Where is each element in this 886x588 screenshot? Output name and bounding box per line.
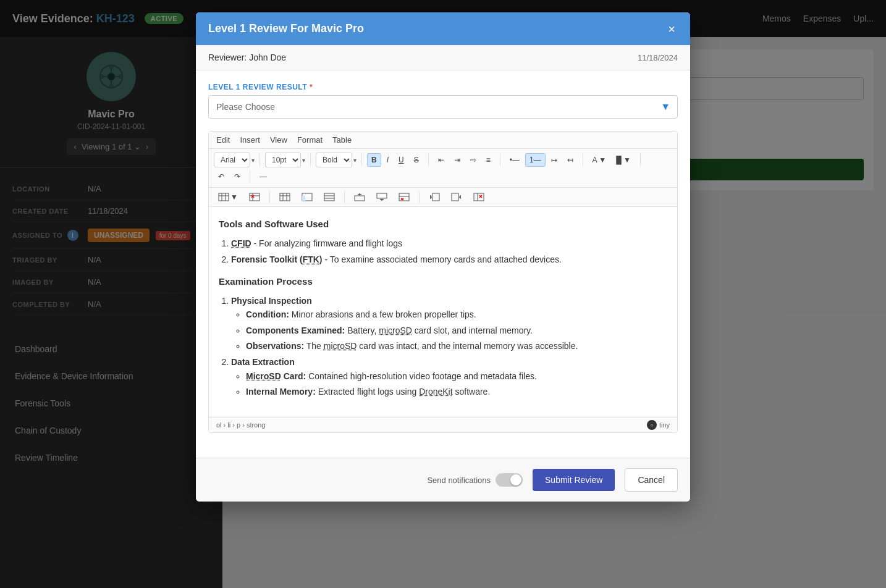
editor-menubar: Edit Insert View Format Table xyxy=(209,132,677,149)
insert-col-right-button[interactable] xyxy=(447,190,466,204)
required-star: * xyxy=(310,83,313,91)
delete-row-button[interactable] xyxy=(394,190,414,204)
svg-rect-38 xyxy=(432,193,439,201)
tinymce-logo: ○ xyxy=(647,420,657,430)
list-item: Physical Inspection Condition: Minor abr… xyxy=(231,294,667,353)
bold-button[interactable]: B xyxy=(367,153,381,167)
svg-rect-14 xyxy=(250,193,259,201)
redo-button[interactable]: ↷ xyxy=(230,170,245,183)
font-size-group: 10pt ▾ xyxy=(265,153,305,167)
font-style-group: Bold ▾ xyxy=(316,153,357,167)
modal-overlay: Level 1 Review For Mavic Pro × Reviewer:… xyxy=(0,0,886,588)
toggle-knob xyxy=(510,474,521,485)
notifications-toggle-switch[interactable] xyxy=(496,473,523,487)
toolbar-separator xyxy=(428,154,429,166)
cell-props-button[interactable] xyxy=(297,190,317,204)
insert-col-left-button[interactable] xyxy=(424,190,444,204)
menu-edit[interactable]: Edit xyxy=(216,135,230,145)
underline-button[interactable]: U xyxy=(394,153,408,167)
table-insert-button[interactable]: ▼ xyxy=(214,190,242,204)
color-group: A ▼ █ ▼ xyxy=(588,153,635,167)
ordered-list-button[interactable]: 1— xyxy=(525,153,546,167)
editor-toolbar-row1: Arial ▾ 10pt ▾ xyxy=(209,149,677,188)
chevron-down-icon: ▾ xyxy=(302,157,305,164)
outdent-button[interactable]: ↤ xyxy=(563,153,578,167)
section1-title: Tools and Software Used xyxy=(219,217,667,232)
list-item: Condition: Minor abrasions and a few bro… xyxy=(246,308,667,321)
list-item: Forensic Toolkit (FTK) - To examine asso… xyxy=(231,253,667,266)
text-format-group: B I U S xyxy=(367,153,423,167)
statusbar-path: ol › li › p › strong xyxy=(216,421,265,429)
menu-insert[interactable]: Insert xyxy=(240,135,260,145)
cancel-button[interactable]: Cancel xyxy=(625,468,678,492)
align-right-button[interactable]: ⇨ xyxy=(466,153,481,167)
align-group: ⇤ ⇥ ⇨ ≡ xyxy=(434,153,495,167)
svg-rect-31 xyxy=(377,193,387,198)
chevron-down-icon: ▾ xyxy=(251,157,255,164)
font-style-select[interactable]: Bold xyxy=(316,153,352,167)
tools-list: CFID - For analyzing firmware and flight… xyxy=(231,237,667,267)
submit-review-button[interactable]: Submit Review xyxy=(533,469,615,491)
list-item: Observations: The microSD card was intac… xyxy=(246,339,667,353)
svg-rect-19 xyxy=(280,193,290,201)
svg-rect-41 xyxy=(452,193,458,201)
svg-rect-28 xyxy=(355,196,365,201)
align-center-button[interactable]: ⇥ xyxy=(450,153,465,167)
justify-button[interactable]: ≡ xyxy=(482,153,495,167)
chevron-down-icon: ▾ xyxy=(353,157,357,164)
editor-content-area[interactable]: Tools and Software Used CFID - For analy… xyxy=(209,207,677,417)
delete-col-button[interactable] xyxy=(469,190,489,204)
review-result-label: LEVEL 1 REVIEW RESULT * xyxy=(208,83,678,91)
undo-button[interactable]: ↶ xyxy=(214,170,229,183)
svg-rect-44 xyxy=(474,193,484,201)
insert-row-above-button[interactable] xyxy=(350,190,369,204)
modal-body: LEVEL 1 REVIEW RESULT * Please Choose ▼ xyxy=(196,70,690,458)
menu-view[interactable]: View xyxy=(270,135,287,145)
merge-cells-button[interactable] xyxy=(319,190,339,204)
process-list: Physical Inspection Condition: Minor abr… xyxy=(231,294,667,399)
toolbar-separator xyxy=(419,191,420,203)
svg-rect-24 xyxy=(302,196,305,201)
highlight-button[interactable]: █ ▼ xyxy=(612,153,635,167)
toolbar-separator xyxy=(344,191,345,203)
undo-redo-group: ↶ ↷ xyxy=(214,170,245,183)
font-family-select[interactable]: Arial xyxy=(214,153,250,167)
indent-button[interactable]: ↦ xyxy=(547,153,562,167)
unordered-list-button[interactable]: •— xyxy=(505,153,524,167)
strikethrough-button[interactable]: S xyxy=(410,153,423,167)
font-size-select[interactable]: 10pt xyxy=(265,153,301,167)
table-delete-button[interactable] xyxy=(245,190,264,204)
editor-toolbar-row2: ▼ xyxy=(209,188,677,207)
modal-title: Level 1 Review For Mavic Pro xyxy=(208,22,364,35)
toolbar-separator xyxy=(583,154,583,166)
modal-subheader: Reviewer: John Doe 11/18/2024 xyxy=(196,45,690,70)
horizontal-rule-button[interactable]: — xyxy=(255,170,271,183)
menu-format[interactable]: Format xyxy=(297,135,323,145)
list-item: CFID - For analyzing firmware and flight… xyxy=(231,237,667,250)
select-wrapper: Please Choose ▼ xyxy=(208,95,678,119)
toolbar-separator xyxy=(250,170,250,183)
text-color-button[interactable]: A ▼ xyxy=(588,153,611,167)
list-item: Internal Memory: Extracted flight logs u… xyxy=(246,385,667,398)
toolbar-separator xyxy=(500,154,500,166)
italic-button[interactable]: I xyxy=(382,153,393,167)
review-comment-section: Edit Insert View Format Table Arial xyxy=(208,131,678,433)
review-result-select[interactable]: Please Choose xyxy=(208,95,678,119)
toolbar-separator xyxy=(361,154,362,166)
list-item: Data Extraction MicroSD Card: Contained … xyxy=(231,355,667,398)
section2-title: Examination Process xyxy=(219,274,667,289)
list-item: MicroSD Card: Contained high-resolution … xyxy=(246,369,667,383)
modal-reviewer-label: Reviewer: John Doe xyxy=(208,52,286,62)
list-item: Components Examined: Battery, microSD ca… xyxy=(246,324,667,337)
align-left-button[interactable]: ⇤ xyxy=(434,153,449,167)
table-props-button[interactable] xyxy=(275,190,295,204)
svg-rect-10 xyxy=(219,193,229,201)
editor-wrapper: Edit Insert View Format Table Arial xyxy=(208,131,678,433)
editor-statusbar: ol › li › p › strong ○ tiny xyxy=(209,417,677,432)
extraction-list: MicroSD Card: Contained high-resolution … xyxy=(246,369,667,399)
font-family-group: Arial ▾ xyxy=(214,153,255,167)
menu-table[interactable]: Table xyxy=(332,135,352,145)
modal-close-button[interactable]: × xyxy=(665,23,678,35)
modal-header: Level 1 Review For Mavic Pro × xyxy=(196,12,690,45)
insert-row-below-button[interactable] xyxy=(372,190,392,204)
